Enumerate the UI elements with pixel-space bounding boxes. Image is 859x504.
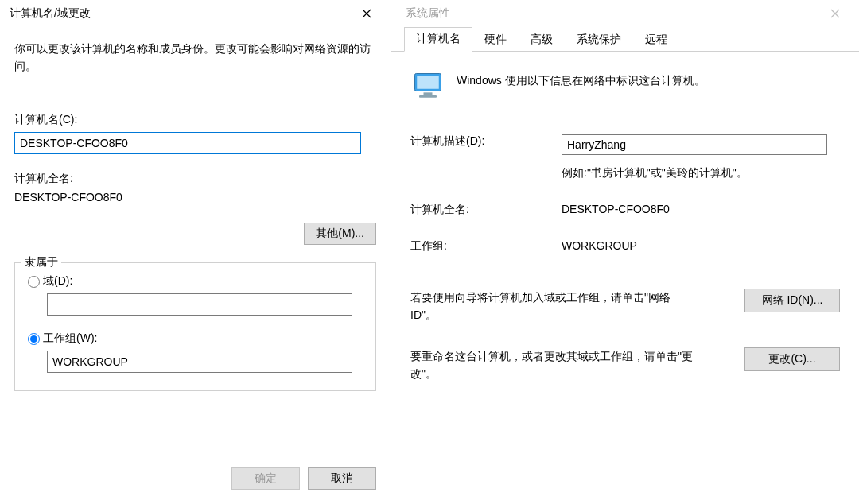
- change-hint: 要重命名这台计算机，或者更改其域或工作组，请单击"更改"。: [410, 347, 695, 382]
- workgroup-input[interactable]: [47, 351, 352, 373]
- full-computer-name-value: DESKTOP-CFOO8F0: [14, 191, 376, 204]
- full-computer-name-value: DESKTOP-CFOO8F0: [562, 203, 840, 217]
- change-button[interactable]: 更改(C)...: [744, 347, 840, 371]
- svg-rect-3: [419, 95, 437, 98]
- domain-radio-label[interactable]: 域(D):: [43, 274, 72, 289]
- tab-remote[interactable]: 远程: [633, 28, 679, 52]
- workgroup-radio[interactable]: [28, 333, 40, 345]
- cancel-button[interactable]: 取消: [308, 467, 376, 490]
- computer-description-input[interactable]: [562, 134, 827, 155]
- domain-input: [47, 293, 352, 316]
- title-bar: 系统属性: [391, 0, 859, 27]
- tab-advanced[interactable]: 高级: [519, 28, 565, 52]
- workgroup-label: 工作组:: [410, 239, 562, 254]
- info-text: Windows 使用以下信息在网络中标识这台计算机。: [457, 69, 705, 88]
- computer-name-change-dialog: 计算机名/域更改 你可以更改该计算机的名称和成员身份。更改可能会影响对网络资源的…: [0, 0, 391, 504]
- full-computer-name-label: 计算机全名:: [410, 203, 562, 217]
- ok-button[interactable]: 确定: [231, 467, 300, 490]
- workgroup-radio-label[interactable]: 工作组(W):: [43, 331, 97, 346]
- member-of-legend: 隶属于: [21, 255, 61, 269]
- computer-description-label: 计算机描述(D):: [410, 134, 562, 155]
- computer-icon: [410, 69, 445, 104]
- full-computer-name-label: 计算机全名:: [14, 172, 376, 186]
- intro-text: 你可以更改该计算机的名称和成员身份。更改可能会影响对网络资源的访问。: [14, 40, 376, 75]
- system-properties-dialog: 系统属性 计算机名 硬件 高级 系统保护 远程 Windows 使用以下信息在网…: [391, 0, 859, 504]
- tab-computer-name[interactable]: 计算机名: [404, 27, 472, 52]
- member-of-fieldset: 隶属于 域(D): 工作组(W):: [14, 262, 376, 391]
- dialog-title: 计算机名/域更改: [10, 6, 349, 21]
- description-example-text: 例如:"书房计算机"或"美玲的计算机"。: [562, 166, 840, 180]
- svg-rect-2: [424, 92, 433, 95]
- tab-system-protection[interactable]: 系统保护: [565, 28, 633, 52]
- close-icon[interactable]: [349, 2, 384, 25]
- computer-name-label: 计算机名(C):: [14, 113, 376, 127]
- network-id-button[interactable]: 网络 ID(N)...: [744, 289, 840, 312]
- close-icon[interactable]: [818, 2, 853, 25]
- tab-hardware[interactable]: 硬件: [472, 28, 519, 52]
- tab-bar: 计算机名 硬件 高级 系统保护 远程: [391, 27, 859, 52]
- workgroup-value: WORKGROUP: [562, 239, 840, 254]
- title-bar: 计算机名/域更改: [0, 0, 391, 27]
- dialog-title: 系统属性: [406, 6, 818, 21]
- network-id-hint: 若要使用向导将计算机加入域或工作组，请单击"网络 ID"。: [410, 289, 695, 324]
- svg-rect-1: [417, 76, 439, 89]
- other-button[interactable]: 其他(M)...: [304, 223, 376, 245]
- domain-radio[interactable]: [28, 276, 40, 288]
- computer-name-input[interactable]: [14, 132, 361, 154]
